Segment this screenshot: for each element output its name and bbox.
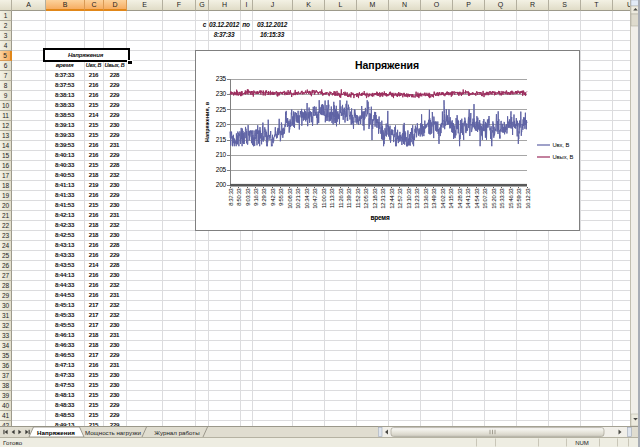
svg-text:13:36:33: 13:36:33 [423,188,429,208]
svg-text:205: 205 [216,166,227,173]
svg-text:12:31:33: 12:31:33 [380,188,386,208]
svg-text:14:28:33: 14:28:33 [457,188,463,208]
svg-text:225: 225 [216,106,227,113]
svg-text:235: 235 [216,75,227,82]
svg-text:14:15:33: 14:15:33 [448,188,454,208]
svg-text:12:18:33: 12:18:33 [372,188,378,208]
svg-text:15:33:33: 15:33:33 [499,188,505,208]
svg-text:Мощность нагрузки: Мощность нагрузки [85,429,142,436]
svg-text:15:59:33: 15:59:33 [516,188,522,208]
svg-text:200: 200 [216,181,227,188]
svg-text:230: 230 [216,90,227,97]
svg-text:13:23:33: 13:23:33 [414,188,420,208]
svg-text:8:37:33: 8:37:33 [228,188,234,205]
svg-text:11:52:33: 11:52:33 [355,188,361,208]
svg-text:Uвых, В: Uвых, В [553,154,574,160]
svg-text:9:29:33: 9:29:33 [261,188,267,205]
svg-text:Журнал работы: Журнал работы [154,429,200,436]
svg-text:12:57:33: 12:57:33 [397,188,403,208]
svg-text:10:34:33: 10:34:33 [304,188,310,208]
svg-text:215: 215 [216,136,227,143]
svg-text:11:39:33: 11:39:33 [346,188,352,208]
svg-text:210: 210 [216,151,227,158]
svg-text:Напряжения: Напряжения [355,59,419,71]
svg-text:12:44:33: 12:44:33 [389,188,395,208]
svg-text:14:54:33: 14:54:33 [474,188,480,208]
svg-text:Uвх, В: Uвх, В [553,142,570,148]
svg-text:16:12:33: 16:12:33 [525,188,531,208]
svg-text:9:55:33: 9:55:33 [278,188,284,205]
svg-text:10:08:33: 10:08:33 [287,188,293,208]
svg-text:11:00:33: 11:00:33 [321,188,327,208]
svg-text:14:02:33: 14:02:33 [440,188,446,208]
svg-text:10:47:33: 10:47:33 [312,188,318,208]
svg-text:9:03:33: 9:03:33 [245,188,251,205]
svg-text:13:10:33: 13:10:33 [406,188,412,208]
svg-text:NUM: NUM [575,440,589,446]
svg-text:15:20:33: 15:20:33 [491,188,497,208]
svg-text:9:16:33: 9:16:33 [253,188,259,205]
svg-text:Готово: Готово [3,439,23,446]
svg-text:Напряжения, в: Напряжения, в [204,101,210,142]
svg-text:15:07:33: 15:07:33 [482,188,488,208]
svg-text:время: время [370,214,390,222]
svg-text:11:13:33: 11:13:33 [329,188,335,208]
svg-text:15:46:33: 15:46:33 [508,188,514,208]
svg-text:Напряжения: Напряжения [37,429,75,436]
svg-text:13:49:33: 13:49:33 [431,188,437,208]
svg-text:10:21:33: 10:21:33 [295,188,301,208]
svg-text:9:42:33: 9:42:33 [270,188,276,205]
svg-text:12:05:33: 12:05:33 [363,188,369,208]
svg-text:14:41:33: 14:41:33 [465,188,471,208]
svg-text:11:26:33: 11:26:33 [338,188,344,208]
svg-text:8:50:33: 8:50:33 [236,188,242,205]
svg-text:220: 220 [216,121,227,128]
